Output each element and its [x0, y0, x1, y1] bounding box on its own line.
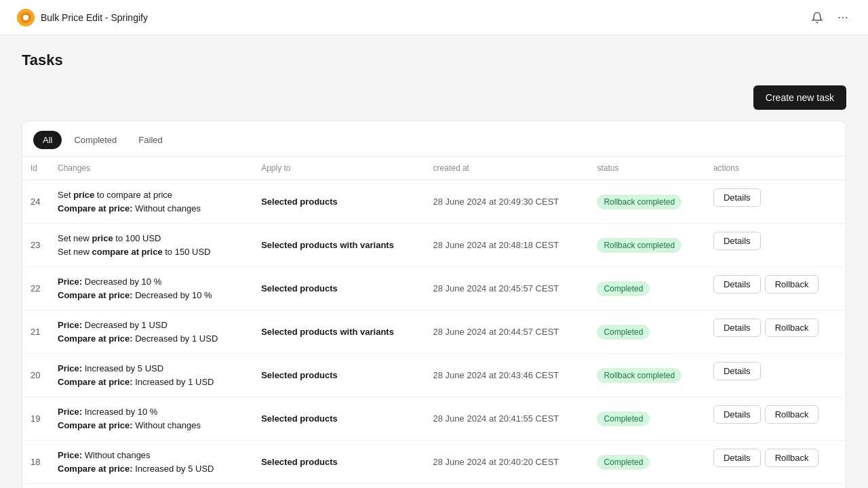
details-button[interactable]: Details — [713, 319, 761, 337]
row-changes: Price: Increased by 10 %Compare at price… — [50, 397, 253, 441]
row-status: Completed — [589, 310, 705, 354]
row-changes: Set price to compare at priceCompare at … — [50, 180, 253, 224]
row-apply-to: Selected products — [253, 441, 425, 484]
table-row: 18Price: Without changesCompare at price… — [22, 441, 846, 484]
row-apply-to: Selected products — [253, 354, 425, 397]
details-button[interactable]: Details — [713, 362, 761, 380]
row-created-at: 28 June 2024 at 20:48:18 CEST — [425, 224, 589, 267]
col-id: Id — [22, 157, 50, 180]
tab-all[interactable]: All — [33, 131, 62, 149]
row-id: 22 — [22, 267, 50, 310]
table-header: Id Changes Apply to created at status ac… — [22, 157, 846, 180]
app-logo-icon — [16, 8, 35, 27]
row-actions: DetailsRollback — [705, 484, 846, 488]
table-row: 21Price: Decreased by 1 USDCompare at pr… — [22, 310, 846, 354]
status-badge: Rollback completed — [597, 238, 682, 253]
row-id: 17 — [22, 484, 50, 489]
status-badge: Rollback completed — [597, 195, 682, 209]
row-created-at: 28 June 2024 at 20:44:57 CEST — [425, 310, 589, 354]
row-actions: DetailsRollback — [705, 310, 846, 345]
row-apply-to: Selected products with variants — [253, 224, 425, 267]
col-status: status — [589, 157, 705, 180]
svg-point-5 — [846, 16, 847, 18]
svg-point-2 — [23, 15, 28, 20]
row-status: Completed — [589, 397, 705, 441]
header-left: Bulk Price Edit - Springify — [16, 8, 148, 27]
rollback-button[interactable]: Rollback — [765, 319, 819, 337]
row-id: 23 — [22, 224, 50, 267]
table-row: 20Price: Increased by 5 USDCompare at pr… — [22, 354, 846, 397]
row-status: Completed — [589, 484, 705, 489]
row-actions: Details — [705, 224, 846, 258]
col-changes: Changes — [50, 157, 253, 180]
svg-point-3 — [839, 16, 840, 18]
row-created-at: 28 June 2024 at 20:41:55 CEST — [425, 397, 589, 441]
row-created-at: 28 June 2024 at 20:45:57 CEST — [425, 267, 589, 310]
row-actions: Details — [705, 354, 846, 388]
details-button[interactable]: Details — [713, 449, 761, 467]
details-button[interactable]: Details — [713, 275, 761, 293]
details-button[interactable]: Details — [713, 232, 761, 250]
row-created-at: 28 June 2024 at 20:40:20 CEST — [425, 441, 589, 484]
col-actions: actions — [705, 157, 846, 180]
row-actions: DetailsRollback — [705, 441, 846, 475]
more-options-button[interactable] — [834, 9, 852, 26]
row-changes: Price: Without changesCompare at price: … — [50, 484, 253, 489]
app-title: Bulk Price Edit - Springify — [41, 12, 148, 23]
col-created-at: created at — [425, 157, 589, 180]
app-header: Bulk Price Edit - Springify — [0, 0, 868, 35]
tab-failed[interactable]: Failed — [129, 131, 172, 149]
table-row: 23Set new price to 100 USDSet new compar… — [22, 224, 846, 267]
row-id: 19 — [22, 397, 50, 441]
table-row: 24Set price to compare at priceCompare a… — [22, 180, 846, 224]
row-actions: DetailsRollback — [705, 397, 846, 432]
col-apply-to: Apply to — [253, 157, 425, 180]
tasks-table: Id Changes Apply to created at status ac… — [22, 157, 846, 488]
row-status: Rollback completed — [589, 354, 705, 397]
notification-button[interactable] — [808, 9, 826, 26]
row-id: 18 — [22, 441, 50, 484]
svg-point-4 — [842, 16, 844, 18]
row-apply-to: Selected products with variants — [253, 310, 425, 354]
status-badge: Completed — [597, 455, 650, 470]
status-badge: Completed — [597, 281, 650, 296]
ellipsis-icon — [837, 12, 849, 24]
page-title: Tasks — [22, 52, 846, 69]
details-button[interactable]: Details — [713, 405, 761, 424]
row-apply-to: Selected products — [253, 180, 425, 224]
table-row: 22Price: Decreased by 10 %Compare at pri… — [22, 267, 846, 310]
rollback-button[interactable]: Rollback — [765, 449, 819, 467]
row-id: 24 — [22, 180, 50, 224]
header-right — [808, 9, 852, 26]
row-apply-to: Selected products — [253, 397, 425, 441]
row-changes: Price: Decreased by 1 USDCompare at pric… — [50, 310, 253, 354]
row-created-at: 28 June 2024 at 20:36:43 CEST — [425, 484, 589, 489]
row-status: Rollback completed — [589, 180, 705, 224]
details-button[interactable]: Details — [713, 188, 761, 207]
row-status: Rollback completed — [589, 224, 705, 267]
rollback-button[interactable]: Rollback — [765, 275, 819, 293]
create-btn-row: Create new task — [22, 85, 846, 110]
row-changes: Price: Increased by 5 USDCompare at pric… — [50, 354, 253, 397]
row-created-at: 28 June 2024 at 20:49:30 CEST — [425, 180, 589, 224]
row-id: 21 — [22, 310, 50, 354]
status-badge: Rollback completed — [597, 368, 682, 383]
tab-completed[interactable]: Completed — [64, 131, 126, 149]
row-changes: Price: Decreased by 10 %Compare at price… — [50, 267, 253, 310]
tasks-table-container: All Completed Failed Id Changes Apply to… — [22, 121, 846, 488]
row-actions: Details — [705, 180, 846, 215]
create-new-task-button[interactable]: Create new task — [753, 85, 846, 110]
row-apply-to: Selected products — [253, 484, 425, 489]
row-status: Completed — [589, 267, 705, 310]
row-changes: Set new price to 100 USDSet new compare … — [50, 224, 253, 267]
row-apply-to: Selected products — [253, 267, 425, 310]
page-content: Tasks Create new task All Completed Fail… — [0, 35, 868, 488]
row-changes: Price: Without changesCompare at price: … — [50, 441, 253, 484]
filter-tabs: All Completed Failed — [22, 121, 846, 157]
bell-icon — [811, 12, 823, 24]
row-id: 20 — [22, 354, 50, 397]
rollback-button[interactable]: Rollback — [765, 405, 819, 424]
table-row: 17Price: Without changesCompare at price… — [22, 484, 846, 489]
status-badge: Completed — [597, 411, 650, 426]
row-created-at: 28 June 2024 at 20:43:46 CEST — [425, 354, 589, 397]
